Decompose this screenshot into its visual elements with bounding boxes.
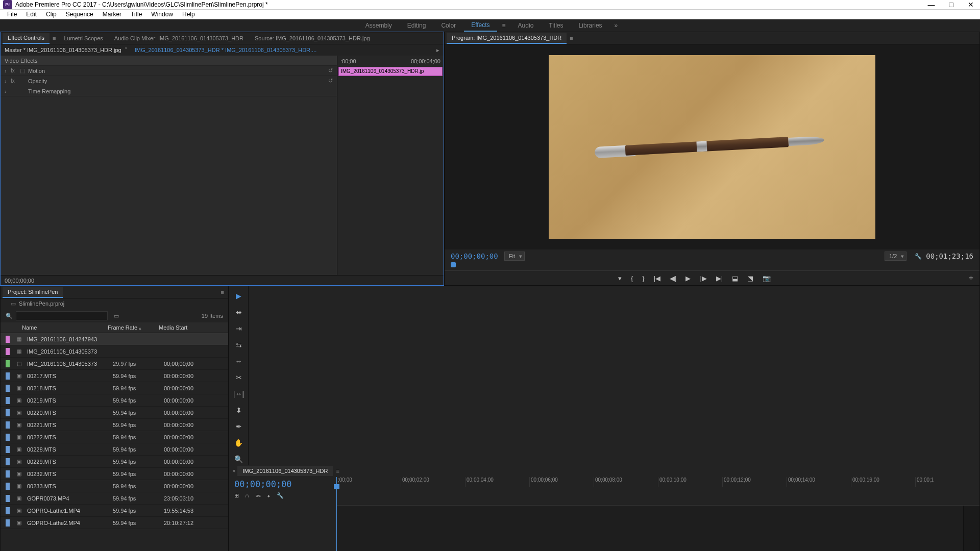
ec-clip-bar[interactable]: IMG_20161106_014305373_HDR.jp: [338, 67, 443, 76]
new-bin-icon[interactable]: ▭: [114, 313, 119, 319]
ripple-edit-tool[interactable]: ⇥: [233, 323, 244, 334]
nest-toggle-icon[interactable]: ⊞: [234, 492, 239, 499]
label-swatch[interactable]: [6, 360, 10, 367]
step-forward-button[interactable]: |▶: [700, 274, 706, 282]
slip-tool[interactable]: |↔|: [233, 388, 244, 399]
column-media-start[interactable]: Media Start: [159, 324, 210, 331]
tab-source[interactable]: Source: IMG_20161106_014305373_HDR.jpg: [250, 33, 375, 43]
slide-tool[interactable]: ⬍: [233, 405, 244, 416]
playhead-icon[interactable]: [451, 262, 456, 267]
panel-menu-icon[interactable]: ≡: [336, 468, 339, 474]
maximize-button[interactable]: □: [949, 1, 953, 9]
go-to-out-button[interactable]: ▶|: [716, 274, 723, 282]
timeline-ruler[interactable]: ;00;0000;00;02;0000;00;04;0000;00;06;000…: [336, 477, 979, 506]
linked-selection-icon[interactable]: ⫘: [255, 492, 261, 499]
project-item[interactable]: ▣GOPRO-Lathe2.MP459.94 fps20:10:27:12: [1, 517, 228, 529]
project-item[interactable]: ▣00229.MTS59.94 fps00:00:00:00: [1, 456, 228, 468]
go-to-in-button[interactable]: |◀: [654, 274, 660, 282]
audio-meter[interactable]: S S: [963, 506, 979, 551]
mark-in-button[interactable]: {: [631, 274, 633, 282]
column-frame-rate[interactable]: Frame Rate: [108, 324, 159, 331]
program-time-ruler[interactable]: [445, 263, 979, 271]
effect-opacity[interactable]: ›fx Opacity ↺: [1, 76, 337, 86]
timeline-track-area[interactable]: fxIMG_20161106_014305373_HDR.jpg fxIntro…: [336, 506, 963, 551]
label-swatch[interactable]: [6, 434, 10, 441]
effect-keyframe-timeline[interactable]: :00;00 00;00;04;00 IMG_20161106_01430537…: [337, 56, 444, 275]
menu-clip[interactable]: Clip: [42, 10, 61, 19]
timeline-timecode[interactable]: 00;00;00;00: [234, 479, 331, 489]
label-swatch[interactable]: [6, 385, 10, 392]
label-swatch[interactable]: [6, 458, 10, 465]
extract-button[interactable]: ⬔: [747, 274, 753, 282]
project-item[interactable]: ▣00222.MTS59.94 fps00:00:00:00: [1, 431, 228, 443]
project-item[interactable]: ▣00221.MTS59.94 fps00:00:00:00: [1, 419, 228, 431]
label-swatch[interactable]: [6, 446, 10, 453]
label-swatch[interactable]: [6, 470, 10, 478]
effect-time-remapping[interactable]: › Time Remapping: [1, 86, 337, 96]
program-timecode-current[interactable]: 00;00;00;00: [451, 252, 498, 260]
tab-sequence[interactable]: IMG_20161106_014305373_HDR: [237, 466, 333, 476]
resolution-select[interactable]: 1/2: [885, 252, 906, 261]
reset-icon[interactable]: ↺: [328, 67, 333, 74]
step-back-button[interactable]: ◀|: [670, 274, 676, 282]
razor-tool[interactable]: ✂: [233, 372, 244, 383]
project-item[interactable]: ▣GOPRO-Lathe1.MP459.94 fps19:55:14:53: [1, 505, 228, 517]
hand-tool[interactable]: ✋: [233, 437, 244, 448]
play-arrow-icon[interactable]: ▸: [436, 47, 439, 54]
snap-icon[interactable]: ∩: [245, 492, 249, 499]
label-swatch[interactable]: [6, 507, 10, 514]
track-select-tool[interactable]: ⬌: [233, 307, 244, 318]
project-item[interactable]: ▣00218.MTS59.94 fps00:00:00:00: [1, 382, 228, 394]
tab-project[interactable]: Project: SlimlinePen: [3, 287, 63, 298]
label-swatch[interactable]: [6, 483, 10, 490]
tab-audio-clip-mixer[interactable]: Audio Clip Mixer: IMG_20161106_014305373…: [109, 33, 249, 43]
label-swatch[interactable]: [6, 495, 10, 502]
label-swatch[interactable]: [6, 409, 10, 416]
menu-title[interactable]: Title: [127, 10, 146, 19]
menu-sequence[interactable]: Sequence: [62, 10, 97, 19]
reset-icon[interactable]: ↺: [328, 78, 333, 84]
timeline-playhead[interactable]: [336, 477, 337, 551]
project-item[interactable]: ▣00217.MTS59.94 fps00:00:00:00: [1, 370, 228, 382]
minimize-button[interactable]: —: [928, 1, 935, 9]
project-item[interactable]: ▦IMG_20161106_014247943: [1, 333, 228, 345]
rolling-edit-tool[interactable]: ⇆: [233, 339, 244, 350]
workspace-libraries[interactable]: Libraries: [572, 20, 609, 31]
panel-menu-icon[interactable]: ≡: [568, 35, 575, 41]
column-name[interactable]: Name: [6, 324, 108, 331]
settings-wrench-icon[interactable]: 🔧: [915, 253, 922, 260]
label-swatch[interactable]: [6, 397, 10, 404]
ec-current-time[interactable]: 00;00;00;00: [5, 278, 34, 284]
rate-stretch-tool[interactable]: ↔: [233, 356, 244, 367]
workspace-overflow-icon[interactable]: »: [610, 20, 622, 31]
lift-button[interactable]: ⬓: [732, 274, 738, 282]
label-swatch[interactable]: [6, 421, 10, 429]
project-item[interactable]: ▦IMG_20161106_014305373: [1, 345, 228, 358]
menu-marker[interactable]: Marker: [99, 10, 126, 19]
tab-program[interactable]: Program: IMG_20161106_014305373_HDR: [447, 33, 567, 44]
menu-file[interactable]: File: [3, 10, 21, 19]
label-swatch[interactable]: [6, 372, 10, 380]
tab-lumetri-scopes[interactable]: Lumetri Scopes: [59, 33, 108, 43]
label-swatch[interactable]: [6, 348, 10, 355]
workspace-assembly[interactable]: Assembly: [358, 20, 399, 31]
menu-edit[interactable]: Edit: [22, 10, 41, 19]
menu-window[interactable]: Window: [147, 10, 177, 19]
workspace-color[interactable]: Color: [434, 20, 463, 31]
workspace-menu-icon[interactable]: ≡: [498, 20, 510, 31]
close-button[interactable]: ✕: [968, 1, 974, 9]
selection-tool[interactable]: ▶: [233, 290, 244, 302]
add-marker-button[interactable]: ▾: [618, 274, 622, 282]
effect-motion[interactable]: ›fx⬚ Motion ↺: [1, 66, 337, 76]
panel-menu-icon[interactable]: ≡: [51, 35, 58, 41]
project-item[interactable]: ▣GOPR0073.MP459.94 fps23:05:03:10: [1, 492, 228, 505]
zoom-tool[interactable]: 🔍: [233, 454, 244, 465]
play-button[interactable]: ▶: [685, 274, 691, 282]
project-item[interactable]: ▣00232.MTS59.94 fps00:00:00:00: [1, 468, 228, 480]
project-item[interactable]: ▣00220.MTS59.94 fps00:00:00:00: [1, 407, 228, 419]
project-item[interactable]: ▣00233.MTS59.94 fps00:00:00:00: [1, 480, 228, 492]
workspace-editing[interactable]: Editing: [400, 20, 433, 31]
button-editor-add[interactable]: +: [969, 273, 973, 283]
program-viewer[interactable]: [445, 44, 979, 249]
workspace-titles[interactable]: Titles: [542, 20, 570, 31]
